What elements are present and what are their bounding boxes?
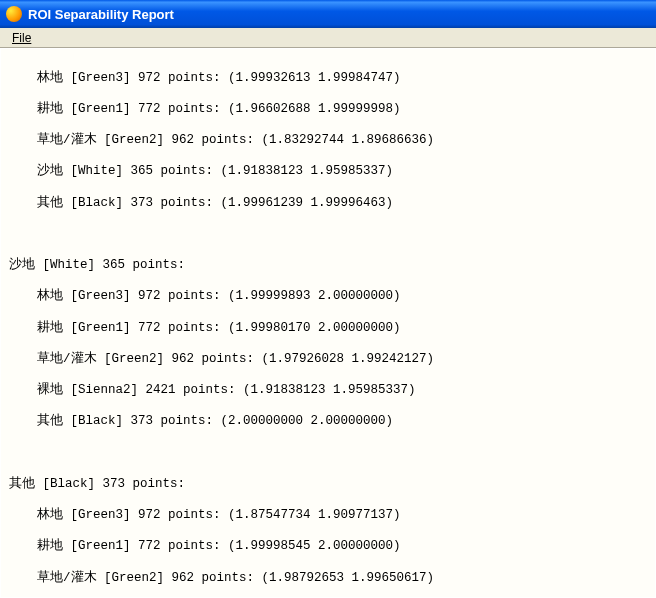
report-line: 草地/灌木 [Green2] 962 points: (1.83292744 1…: [9, 133, 647, 149]
report-line: 草地/灌木 [Green2] 962 points: (1.97926028 1…: [9, 352, 647, 368]
report-line: 耕地 [Green1] 772 points: (1.99980170 2.00…: [9, 321, 647, 337]
menubar: File: [0, 28, 656, 48]
report-line: 其他 [Black] 373 points: (1.99961239 1.999…: [9, 196, 647, 212]
report-line: 沙地 [White] 365 points: (1.91838123 1.959…: [9, 164, 647, 180]
report-line: 裸地 [Sienna2] 2421 points: (1.91838123 1.…: [9, 383, 647, 399]
report-line: 其他 [Black] 373 points: (2.00000000 2.000…: [9, 414, 647, 430]
report-line: 林地 [Green3] 972 points: (1.99999893 2.00…: [9, 289, 647, 305]
app-icon: [6, 6, 22, 22]
report-line: 林地 [Green3] 972 points: (1.99932613 1.99…: [9, 71, 647, 87]
report-line: 草地/灌木 [Green2] 962 points: (1.98792653 1…: [9, 571, 647, 587]
group-header: 其他 [Black] 373 points:: [9, 477, 647, 493]
blank-line: [9, 227, 647, 243]
report-content: 林地 [Green3] 972 points: (1.99932613 1.99…: [0, 48, 656, 598]
group-header: 沙地 [White] 365 points:: [9, 258, 647, 274]
report-line: 林地 [Green3] 972 points: (1.87547734 1.90…: [9, 508, 647, 524]
report-line: 耕地 [Green1] 772 points: (1.99998545 2.00…: [9, 539, 647, 555]
report-line: 耕地 [Green1] 772 points: (1.96602688 1.99…: [9, 102, 647, 118]
blank-line: [9, 446, 647, 462]
menu-file[interactable]: File: [4, 29, 39, 47]
window-title: ROI Separability Report: [28, 7, 174, 22]
titlebar[interactable]: ROI Separability Report: [0, 0, 656, 28]
